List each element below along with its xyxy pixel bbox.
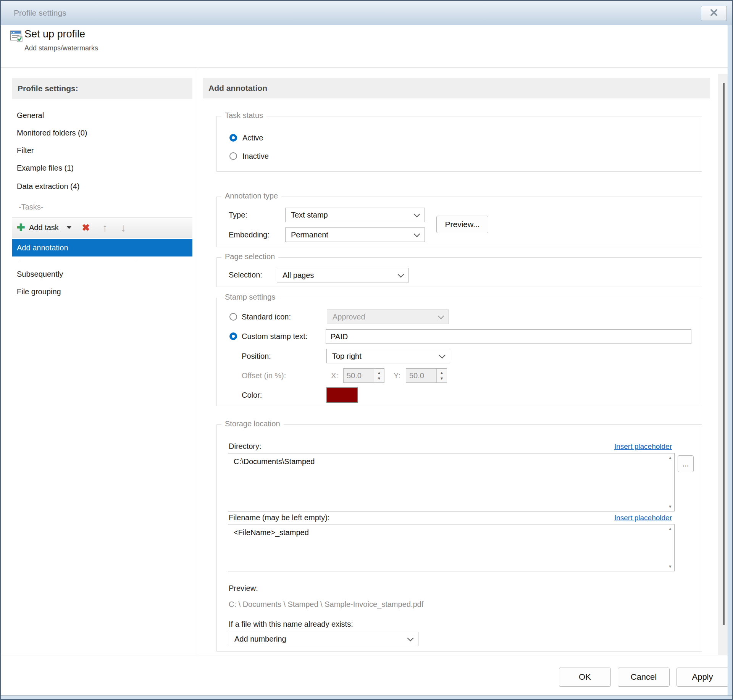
- custom-stamp-radio[interactable]: [229, 332, 237, 340]
- sidebar-item-add-annotation[interactable]: Add annotation: [12, 239, 192, 256]
- page-selection-dropdown[interactable]: All pages: [277, 268, 409, 282]
- delete-task-button[interactable]: ✖: [79, 218, 92, 238]
- preview-path-text: C: \ Documents \ Stamped \ Sample-Invoic…: [229, 600, 423, 609]
- position-dropdown[interactable]: Top right: [326, 349, 450, 363]
- ok-button[interactable]: OK: [559, 668, 611, 687]
- add-task-button[interactable]: ✚: [15, 218, 27, 238]
- sidebar-divider: [198, 67, 198, 655]
- spin-down-icon: ▼: [377, 376, 381, 381]
- sidebar-item-example-files[interactable]: Example files (1): [12, 161, 192, 175]
- stamp-settings-legend: Stamp settings: [221, 293, 279, 302]
- chevron-down-icon: [414, 211, 420, 217]
- page-title: Set up profile: [24, 28, 85, 40]
- standard-icon-label[interactable]: Standard icon:: [242, 313, 291, 321]
- plus-icon: ✚: [17, 222, 25, 234]
- offset-label: Offset (in %):: [242, 371, 286, 380]
- position-label: Position:: [242, 352, 271, 361]
- move-task-up-button[interactable]: ↑: [98, 218, 111, 238]
- chevron-down-icon: [439, 352, 446, 358]
- tasks-separator: -Tasks-: [12, 200, 192, 214]
- tasks-toolbar: ✚ Add task ✖ ↑ ↓: [12, 217, 192, 238]
- add-task-dropdown-caret[interactable]: [66, 218, 72, 238]
- sidebar-item-monitored-folders[interactable]: Monitored folders (0): [12, 126, 192, 140]
- offset-x-label: X:: [331, 371, 338, 380]
- add-task-label[interactable]: Add task: [29, 218, 59, 238]
- page-selection-legend: Page selection: [221, 252, 278, 261]
- annotation-type-legend: Annotation type: [221, 192, 281, 200]
- main-heading: Add annotation: [203, 78, 710, 98]
- active-radio-label[interactable]: Active: [242, 134, 263, 142]
- spin-up-icon: ▲: [440, 371, 444, 375]
- standard-icon-dropdown: Approved: [327, 310, 449, 324]
- embedding-label: Embedding:: [229, 231, 270, 239]
- profile-icon: [10, 30, 23, 43]
- apply-button[interactable]: Apply: [676, 668, 728, 687]
- sidebar-item-data-extraction[interactable]: Data extraction (4): [12, 179, 192, 194]
- window-title: Profile settings: [14, 1, 66, 25]
- directory-label: Directory:: [229, 442, 262, 451]
- standard-icon-radio[interactable]: [229, 313, 237, 321]
- offset-x-value: 50.0: [344, 369, 374, 382]
- sidebar-heading: Profile settings:: [12, 78, 192, 99]
- window-frame-right: [728, 25, 732, 699]
- cancel-button[interactable]: Cancel: [618, 668, 670, 687]
- close-icon: [710, 8, 718, 18]
- filename-textarea[interactable]: <FileName>_stamped ▲ ▼: [228, 524, 675, 571]
- directory-insert-placeholder-link[interactable]: Insert placeholder: [599, 442, 672, 451]
- exists-dropdown[interactable]: Add numbering: [229, 632, 418, 646]
- scroll-up-icon[interactable]: ▲: [668, 527, 672, 531]
- stamp-settings-group: Stamp settings Standard icon: Approved C…: [216, 298, 702, 406]
- offset-y-value: 50.0: [406, 369, 436, 382]
- task-status-group: Task status Active Inactive: [216, 116, 702, 172]
- selection-label: Selection:: [229, 271, 262, 279]
- standard-icon-dropdown-value: Approved: [333, 313, 365, 321]
- chevron-down-icon: [407, 635, 414, 641]
- spinner-buttons: ▲▼: [374, 369, 384, 382]
- footer-divider: [1, 655, 732, 655]
- offset-y-spinner: 50.0 ▲▼: [406, 368, 447, 383]
- exists-label: If a file with this name already exists:: [229, 620, 353, 629]
- sidebar-item-general[interactable]: General: [12, 108, 192, 123]
- embedding-dropdown-value: Permanent: [291, 231, 328, 239]
- window-frame-bottom: [1, 695, 732, 699]
- scroll-up-icon[interactable]: ▲: [668, 456, 672, 460]
- type-dropdown[interactable]: Text stamp: [285, 208, 425, 222]
- scroll-down-icon[interactable]: ▼: [668, 565, 672, 569]
- custom-stamp-text-input[interactable]: PAID: [326, 329, 691, 344]
- main-scrollbar-thumb[interactable]: [723, 83, 725, 625]
- storage-location-legend: Storage location: [221, 419, 284, 428]
- filename-value: <FileName>_stamped: [234, 528, 309, 537]
- title-bar[interactable]: Profile settings: [1, 1, 732, 25]
- spin-up-icon: ▲: [377, 371, 381, 375]
- task-list-divider: [19, 261, 136, 261]
- preview-button[interactable]: Preview...: [436, 216, 488, 233]
- caret-down-icon: [67, 226, 71, 229]
- main-scrollbar-track[interactable]: [718, 74, 728, 655]
- annotation-type-group: Annotation type Type: Text stamp Embeddi…: [216, 197, 702, 247]
- inactive-radio[interactable]: [229, 152, 237, 160]
- sidebar-item-subsequently[interactable]: Subsequently: [12, 267, 192, 281]
- move-task-down-button[interactable]: ↓: [117, 218, 130, 238]
- spin-down-icon: ▼: [440, 376, 444, 381]
- chevron-down-icon: [398, 271, 404, 277]
- storage-location-group: Storage location Directory: Insert place…: [216, 424, 702, 652]
- color-swatch[interactable]: [326, 387, 358, 403]
- preview-label: Preview:: [229, 584, 258, 593]
- scroll-down-icon[interactable]: ▼: [668, 505, 672, 509]
- sidebar-item-filter[interactable]: Filter: [12, 143, 192, 158]
- type-label: Type:: [229, 211, 247, 219]
- type-dropdown-value: Text stamp: [291, 211, 328, 219]
- active-radio[interactable]: [229, 134, 237, 142]
- embedding-dropdown[interactable]: Permanent: [285, 227, 425, 242]
- sidebar-item-file-grouping[interactable]: File grouping: [12, 284, 192, 299]
- chevron-down-icon: [438, 313, 444, 319]
- custom-stamp-label[interactable]: Custom stamp text:: [242, 332, 307, 341]
- page-selection-dropdown-value: All pages: [283, 271, 314, 280]
- inactive-radio-label[interactable]: Inactive: [242, 152, 269, 161]
- offset-y-label: Y:: [394, 371, 400, 380]
- filename-insert-placeholder-link[interactable]: Insert placeholder: [599, 514, 672, 522]
- browse-directory-button[interactable]: ...: [678, 455, 694, 472]
- close-button[interactable]: [701, 6, 727, 21]
- position-dropdown-value: Top right: [332, 352, 362, 361]
- directory-textarea[interactable]: C:\Documents\Stamped ▲ ▼: [228, 453, 675, 511]
